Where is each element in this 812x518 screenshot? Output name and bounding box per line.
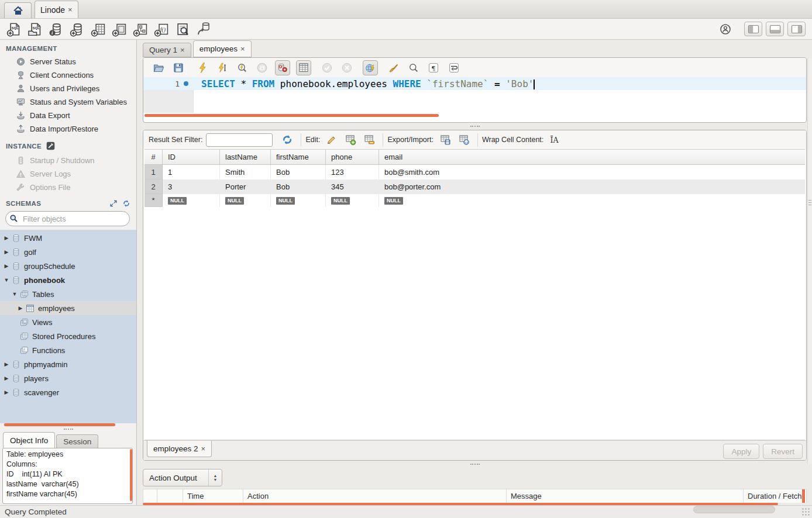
stop-on-error-toggle[interactable] [275, 60, 290, 75]
tree-item-stored-procedures[interactable]: Stored Procedures [0, 329, 136, 343]
sidebar-item-options-file[interactable]: Options File [0, 181, 136, 194]
wrap-cell-icon[interactable]: ĪA [549, 134, 561, 146]
cell-null[interactable]: NULL [379, 194, 805, 207]
cell-phone[interactable]: 123 [326, 165, 379, 179]
cell-phone[interactable]: 345 [326, 179, 379, 194]
apply-button[interactable]: Apply [723, 444, 759, 459]
create-procedure-icon[interactable] [133, 22, 148, 37]
expand-arrow-icon[interactable]: ▶ [3, 263, 10, 269]
output-column-message[interactable]: Message [507, 489, 744, 503]
tree-item-golf[interactable]: ▶ golf [0, 245, 136, 259]
cell-null[interactable]: NULL [163, 194, 220, 207]
new-row-placeholder[interactable]: * NULL NULL NULL NULL NULL [144, 194, 805, 207]
column-header-lastname[interactable]: lastName [220, 150, 271, 164]
tree-item-functions[interactable]: f Functions [0, 343, 136, 357]
tree-item-phpmyadmin[interactable]: ▶ phpmyadmin [0, 357, 136, 371]
column-header-email[interactable]: email [379, 150, 805, 164]
resize-grip-icon[interactable] [801, 507, 810, 516]
stop-icon[interactable] [256, 62, 268, 74]
sidebar-item-data-import[interactable]: Data Import/Restore [0, 122, 136, 136]
wrap-text-icon[interactable] [448, 62, 460, 74]
cell-null[interactable]: NULL [220, 194, 271, 207]
create-schema-icon[interactable] [70, 22, 85, 37]
output-selector-spinner[interactable]: ▲ ▼ [208, 469, 222, 486]
expand-schemas-icon[interactable] [109, 199, 118, 208]
find-icon[interactable] [408, 62, 419, 74]
new-sql-tab-icon[interactable]: SQL [6, 22, 22, 37]
output-selector[interactable]: Action Output ▲ ▼ [143, 469, 222, 486]
import-icon[interactable] [458, 134, 470, 146]
autocommit-toggle[interactable] [363, 60, 378, 75]
row-index-cell[interactable]: 1 [144, 165, 163, 179]
collapse-arrow-icon[interactable]: ▼ [11, 291, 18, 297]
sql-statement[interactable]: SELECT * FROM phonebook.employees WHERE … [201, 78, 535, 89]
invisibles-icon[interactable]: ¶ [428, 62, 439, 74]
expand-arrow-icon[interactable]: ▶ [3, 235, 10, 241]
cell-lastname[interactable]: Smith [220, 165, 271, 179]
toggle-right-sidebar-button[interactable] [787, 22, 806, 36]
output-scrollbar-thumb[interactable] [693, 506, 775, 513]
close-tab-icon[interactable]: × [180, 46, 185, 54]
row-index-cell[interactable]: * [144, 194, 163, 207]
sidebar-splitter[interactable] [0, 426, 136, 431]
sidebar-item-users-privileges[interactable]: Users and Privileges [0, 82, 136, 95]
export-icon[interactable] [439, 134, 451, 146]
expand-arrow-icon[interactable]: ▶ [3, 389, 10, 395]
cell-null[interactable]: NULL [271, 194, 326, 207]
toggle-bottom-panel-button[interactable] [766, 22, 784, 36]
result-output-splitter[interactable] [143, 461, 807, 468]
save-icon[interactable] [173, 62, 184, 74]
row-index-cell[interactable]: 2 [144, 179, 163, 194]
close-tab-icon[interactable]: × [240, 45, 245, 53]
create-function-icon[interactable]: f() [154, 22, 169, 37]
tree-item-employees[interactable]: ▶ employees [0, 301, 136, 315]
tree-item-groupschedule[interactable]: ▶ groupSchedule [0, 259, 136, 273]
column-header-index[interactable]: # [144, 150, 163, 164]
result-filter-input[interactable] [206, 133, 273, 147]
editor-result-splitter[interactable] [143, 123, 807, 130]
search-table-data-icon[interactable] [175, 22, 190, 37]
tree-item-views[interactable]: Views [0, 315, 136, 329]
editor-horizontal-scrollbar[interactable] [144, 114, 439, 117]
close-result-tab-icon[interactable]: × [201, 445, 206, 453]
object-info-vertical-scrollbar[interactable] [130, 449, 132, 501]
sidebar-item-startup-shutdown[interactable]: Startup / Shutdown [0, 154, 136, 167]
sidebar-item-client-connections[interactable]: Client Connections [0, 68, 136, 82]
expand-arrow-icon[interactable]: ▶ [3, 249, 10, 255]
expand-arrow-icon[interactable]: ▶ [3, 375, 10, 381]
refresh-schemas-icon[interactable] [122, 199, 130, 208]
edit-pencil-icon[interactable] [326, 134, 338, 146]
column-header-phone[interactable]: phone [326, 150, 379, 164]
cell-email[interactable]: bob@smith.com [379, 165, 805, 179]
account-circle-icon[interactable] [720, 23, 731, 35]
tab-employees[interactable]: employees × [193, 40, 252, 57]
tree-item-phonebook[interactable]: ▼ phonebook [0, 273, 136, 287]
tree-item-players[interactable]: ▶ players [0, 371, 136, 385]
beautify-icon[interactable] [388, 62, 400, 74]
column-header-id[interactable]: ID [163, 150, 220, 164]
execute-icon[interactable] [197, 62, 208, 74]
cell-id[interactable]: 1 [163, 165, 220, 179]
rollback-icon[interactable] [341, 62, 353, 74]
sidebar-item-server-logs[interactable]: Server Logs [0, 167, 136, 181]
execute-current-icon[interactable] [216, 62, 228, 74]
revert-button[interactable]: Revert [763, 444, 803, 459]
expand-arrow-icon[interactable]: ▶ [17, 305, 24, 311]
collapse-arrow-icon[interactable]: ▼ [3, 277, 10, 283]
table-row[interactable]: 1 1 Smith Bob 123 bob@smith.com [144, 165, 805, 179]
tree-item-tables[interactable]: ▼ Tables [0, 287, 136, 301]
main-vertical-scrollbar[interactable] [807, 58, 812, 464]
cell-firstname[interactable]: Bob [271, 165, 326, 179]
toggle-left-sidebar-button[interactable] [744, 22, 762, 36]
output-column-action[interactable]: Action [243, 489, 507, 503]
table-row[interactable]: 2 3 Porter Bob 345 bob@porter.com [144, 179, 805, 194]
tree-item-fwm[interactable]: ▶ FWM [0, 231, 136, 245]
cell-id[interactable]: 3 [163, 179, 220, 194]
cell-email[interactable]: bob@porter.com [379, 179, 805, 194]
create-view-icon[interactable] [112, 22, 127, 37]
output-column-time[interactable]: Time [183, 489, 243, 503]
cell-null[interactable]: NULL [326, 194, 379, 207]
tab-session[interactable]: Session [56, 434, 98, 448]
tab-object-info[interactable]: Object Info [3, 432, 55, 448]
schema-inspector-icon[interactable]: i [49, 22, 64, 37]
